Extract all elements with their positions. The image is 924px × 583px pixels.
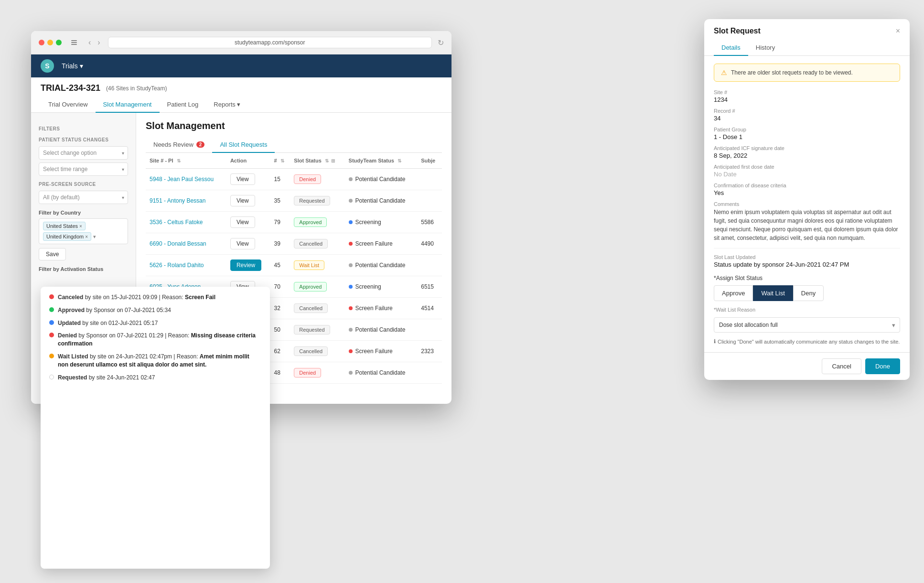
- cell-slot-status-2: Approved: [290, 212, 344, 233]
- app-header: S Trials ▾: [31, 54, 451, 77]
- site-link-0[interactable]: 5948 - Jean Paul Sessou: [150, 176, 214, 183]
- time-range-wrapper: Select time range: [39, 162, 128, 176]
- disease-label: Confirmation of disease criteria: [714, 183, 900, 188]
- pre-screen-select[interactable]: All (by default): [39, 191, 128, 204]
- study-status-text-2: Screening: [355, 219, 381, 226]
- slot-request-panel: Slot Request Details History × ⚠ There a…: [704, 19, 910, 380]
- site-link-1[interactable]: 9151 - Antony Bessan: [150, 197, 205, 204]
- site-link-2[interactable]: 3536 - Celtus Fatoke: [150, 219, 203, 226]
- deny-button[interactable]: Deny: [793, 285, 824, 301]
- history-dot-1: [49, 307, 54, 312]
- approve-button[interactable]: Approve: [714, 285, 753, 301]
- tab-history[interactable]: History: [748, 40, 783, 56]
- cell-action-2: View: [226, 212, 270, 233]
- history-item: Denied by Sponsor on 07-Jul-2021 01:29 |…: [49, 332, 261, 348]
- country-dropdown-icon[interactable]: ▾: [93, 234, 96, 240]
- history-item: Approved by Sponsor on 07-Jul-2021 05:34: [49, 306, 261, 314]
- close-slot-request-button[interactable]: ×: [896, 27, 900, 35]
- change-option-select[interactable]: Select change option: [39, 146, 128, 160]
- site-link-4[interactable]: 5626 - Roland Dahito: [150, 262, 204, 269]
- view-btn-1[interactable]: View: [230, 195, 255, 206]
- sidebar-toggle-icon[interactable]: [67, 36, 81, 49]
- tab-patient-log[interactable]: Patient Log: [160, 97, 206, 113]
- forward-icon[interactable]: ›: [96, 37, 102, 48]
- address-bar[interactable]: studyteamapp.com/sponsor: [108, 37, 432, 48]
- history-dot-4: [49, 354, 54, 358]
- history-dot-0: [49, 294, 54, 299]
- tab-trial-overview[interactable]: Trial Overview: [41, 97, 96, 113]
- done-button[interactable]: Done: [865, 358, 900, 374]
- slot-management-title: Slot Management: [146, 120, 442, 131]
- slot-last-updated-value: Status update by sponsor 24-Jun-2021 02:…: [714, 261, 900, 268]
- slot-last-updated-label: Slot Last Updated: [714, 254, 900, 260]
- trial-tabs: Trial Overview Slot Management Patient L…: [41, 97, 442, 112]
- maximize-dot[interactable]: [56, 40, 62, 45]
- cancel-button[interactable]: Cancel: [822, 358, 861, 374]
- cell-site-3: 6690 - Donald Bessan: [146, 233, 226, 255]
- trials-nav[interactable]: Trials ▾: [62, 62, 83, 70]
- view-btn-0[interactable]: View: [230, 173, 255, 185]
- review-btn-4[interactable]: Review: [230, 259, 261, 271]
- site-link-3[interactable]: 6690 - Donald Bessan: [150, 240, 206, 247]
- divider-1: [714, 248, 900, 248]
- remove-uk-icon[interactable]: ×: [85, 234, 88, 239]
- status-badge-9: Denied: [294, 368, 321, 378]
- svg-rect-0: [71, 40, 77, 41]
- browser-nav[interactable]: ‹ ›: [86, 37, 102, 48]
- save-button[interactable]: Save: [39, 248, 66, 260]
- app-logo: S: [41, 59, 54, 73]
- cell-site-4: 5626 - Roland Dahito: [146, 255, 226, 276]
- sort-study-icon[interactable]: ⇅: [398, 158, 401, 163]
- sort-num-icon[interactable]: ⇅: [280, 158, 284, 163]
- record-label: Record #: [714, 108, 900, 114]
- view-btn-2[interactable]: View: [230, 216, 255, 228]
- cell-study-status-1: Potential Candidate: [345, 190, 418, 212]
- cell-subject-3: 4490: [417, 233, 442, 255]
- status-badge-1: Requested: [294, 196, 330, 205]
- record-value: 34: [714, 115, 900, 122]
- close-dot[interactable]: [39, 40, 44, 45]
- tab-reports[interactable]: Reports ▾: [206, 97, 248, 113]
- history-text-1: Approved by Sponsor on 07-Jul-2021 05:34: [58, 306, 171, 314]
- first-dose-value: No Date: [714, 171, 900, 178]
- wait-list-button[interactable]: Wait List: [753, 285, 793, 301]
- history-item: Wait Listed by site on 24-Jun-2021 02:47…: [49, 353, 261, 369]
- table-row: 6690 - Donald Bessan View 39 Cancelled S…: [146, 233, 442, 255]
- status-badge-5: Approved: [294, 282, 327, 292]
- cell-study-status-4: Potential Candidate: [345, 255, 418, 276]
- country-filter-box: United States × United Kingdom × ▾: [39, 218, 128, 244]
- slot-request-title: Slot Request: [714, 27, 783, 35]
- sort-site-icon[interactable]: ⇅: [177, 158, 181, 163]
- back-icon[interactable]: ‹: [86, 37, 93, 48]
- study-dot-0: [349, 177, 353, 181]
- tab-slot-management[interactable]: Slot Management: [96, 97, 160, 113]
- cell-action-1: View: [226, 190, 270, 212]
- cell-study-status-6: Screen Failure: [345, 298, 418, 319]
- table-row: 5948 - Jean Paul Sessou View 15 Denied P…: [146, 169, 442, 190]
- reload-icon[interactable]: ↻: [438, 38, 444, 47]
- filter-slot-icon[interactable]: ⊞: [331, 158, 335, 163]
- cell-slot-status-9: Denied: [290, 362, 344, 384]
- cell-site-0: 5948 - Jean Paul Sessou: [146, 169, 226, 190]
- time-range-select[interactable]: Select time range: [39, 162, 128, 176]
- tab-details[interactable]: Details: [714, 40, 748, 56]
- tab-all-slot-requests[interactable]: All Slot Requests: [212, 137, 275, 153]
- history-text-5: Requested by site 24-Jun-2021 02:47: [58, 374, 155, 382]
- remove-us-icon[interactable]: ×: [79, 224, 82, 229]
- table-row: 5626 - Roland Dahito Review 45 Wait List…: [146, 255, 442, 276]
- needs-review-badge: 2: [196, 141, 205, 148]
- cell-num-5: 70: [270, 276, 290, 298]
- sort-slot-icon[interactable]: ⇅: [325, 158, 329, 163]
- minimize-dot[interactable]: [47, 40, 53, 45]
- history-item: Updated by site on 012-Jul-2021 05:17: [49, 319, 261, 327]
- browser-dots: [39, 40, 62, 45]
- country-tag-uk: United Kingdom ×: [43, 232, 91, 241]
- tab-needs-review[interactable]: Needs Review 2: [146, 137, 212, 153]
- cell-num-3: 39: [270, 233, 290, 255]
- wait-list-reason-select[interactable]: Dose slot allocation full: [714, 317, 900, 333]
- view-btn-3[interactable]: View: [230, 238, 255, 249]
- cell-action-3: View: [226, 233, 270, 255]
- slot-request-header: Slot Request Details History ×: [704, 19, 910, 56]
- study-dot-6: [349, 306, 353, 310]
- alert-icon: ⚠: [721, 69, 727, 76]
